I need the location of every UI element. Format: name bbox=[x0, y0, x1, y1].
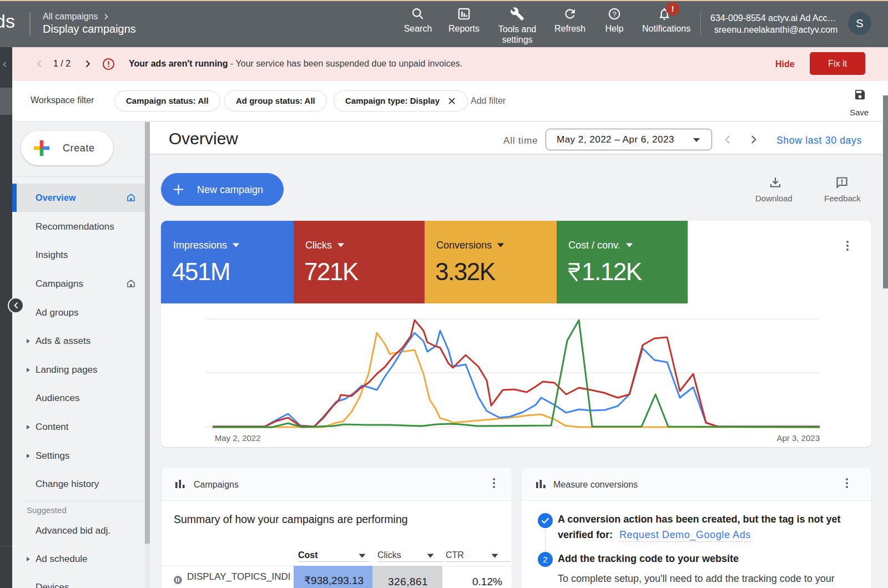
svg-text:?: ? bbox=[612, 10, 616, 18]
svg-text:Apr 3, 2023: Apr 3, 2023 bbox=[776, 433, 820, 443]
svg-text:May 2, 2022: May 2, 2022 bbox=[215, 433, 261, 443]
